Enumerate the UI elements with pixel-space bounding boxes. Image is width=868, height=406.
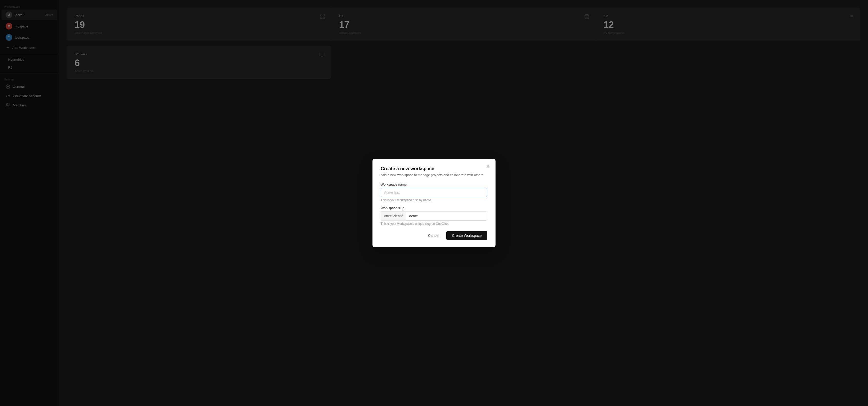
create-workspace-modal: ✕ Create a new workspace Add a new works… — [372, 159, 496, 247]
workspace-slug-label: Workspace slug — [381, 206, 487, 210]
workspace-slug-hint: This is your workspace's unique slug on … — [381, 222, 487, 225]
modal-title: Create a new workspace — [381, 166, 487, 171]
slug-input[interactable] — [406, 212, 487, 220]
slug-row: oneclick.sh/ — [381, 212, 487, 221]
close-modal-button[interactable]: ✕ — [484, 163, 491, 170]
slug-prefix: oneclick.sh/ — [381, 212, 406, 220]
workspace-slug-group: Workspace slug oneclick.sh/ This is your… — [381, 206, 487, 225]
workspace-name-hint: This is your workspace display name. — [381, 198, 487, 202]
workspace-name-input[interactable] — [381, 188, 487, 197]
cancel-button[interactable]: Cancel — [424, 231, 444, 240]
workspace-name-label: Workspace name — [381, 183, 487, 186]
workspace-name-group: Workspace name This is your workspace di… — [381, 183, 487, 202]
modal-overlay: ✕ Create a new workspace Add a new works… — [0, 0, 868, 406]
create-workspace-button[interactable]: Create Workspace — [446, 231, 487, 240]
modal-subtitle: Add a new workspace to manage projects a… — [381, 173, 487, 177]
modal-footer: Cancel Create Workspace — [381, 231, 487, 240]
